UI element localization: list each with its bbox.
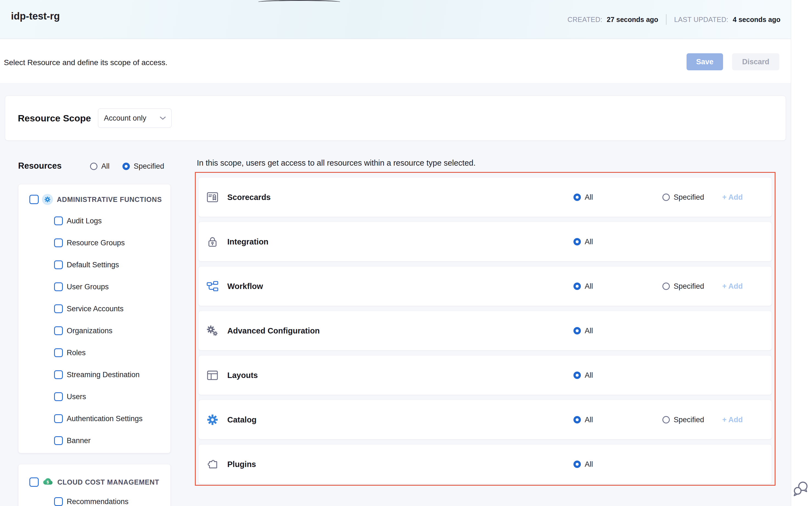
resources-specified-option[interactable]: Specified	[122, 162, 164, 171]
resources-all-option[interactable]: All	[90, 162, 110, 171]
radio-selected-icon	[574, 282, 581, 290]
sidebar-item-roles[interactable]: Roles	[54, 348, 86, 357]
radio-unselected-icon	[663, 282, 670, 290]
admin-gear-icon	[42, 194, 53, 205]
radio-selected-icon	[574, 193, 581, 201]
all-option[interactable]: All	[574, 326, 593, 335]
checkbox[interactable]	[54, 392, 63, 401]
sidebar-item-default-settings[interactable]: Default Settings	[54, 260, 119, 269]
specified-option[interactable]: Specified	[663, 415, 704, 424]
row-label: Integration	[227, 237, 269, 246]
right-gutter	[791, 0, 812, 506]
resource-scope-card: Resource Scope Account only	[5, 96, 786, 141]
checkbox[interactable]	[29, 478, 39, 487]
sidebar-item-service-accounts[interactable]: Service Accounts	[54, 304, 123, 313]
row-label: Catalog	[227, 415, 257, 424]
checkbox[interactable]	[54, 238, 63, 247]
row-advanced-configuration: Advanced Configuration All	[198, 311, 772, 350]
checkbox[interactable]	[54, 326, 63, 335]
resource-scope-title: Resource Scope	[18, 113, 91, 123]
dropdown-selected-value: Account only	[104, 114, 146, 122]
row-scorecards: Scorecards All Specified + Add	[198, 177, 772, 217]
radio-selected-icon	[574, 238, 581, 245]
resource-scope-dropdown[interactable]: Account only	[98, 108, 172, 128]
all-option[interactable]: All	[574, 415, 593, 424]
svg-text:$: $	[47, 480, 49, 484]
sidebar-section-administrative-functions[interactable]: ADMINISTRATIVE FUNCTIONS	[29, 194, 162, 205]
all-option[interactable]: All	[574, 460, 593, 469]
meta-divider	[666, 14, 667, 25]
scope-description: In this scope, users get access to all r…	[197, 159, 476, 168]
checkbox[interactable]	[54, 282, 63, 291]
radio-unselected-icon	[663, 193, 670, 201]
row-plugins: Plugins All	[198, 444, 772, 484]
sidebar-item-banner[interactable]: Banner	[54, 436, 91, 445]
sidebar-item-organizations[interactable]: Organizations	[54, 326, 113, 335]
add-button[interactable]: + Add	[722, 193, 743, 201]
checkbox[interactable]	[54, 436, 63, 445]
checkbox[interactable]	[54, 370, 63, 379]
checkbox[interactable]	[54, 304, 63, 313]
save-button[interactable]: Save	[687, 53, 723, 70]
all-option[interactable]: All	[574, 371, 593, 380]
created-value: 27 seconds ago	[607, 16, 658, 24]
action-toolbar: Select Resource and define its scope of …	[0, 39, 812, 83]
checkbox[interactable]	[54, 260, 63, 269]
checkbox[interactable]	[54, 497, 63, 506]
row-label: Plugins	[227, 459, 256, 469]
specified-option[interactable]: Specified	[663, 193, 704, 201]
checkbox[interactable]	[54, 414, 63, 423]
radio-selected-icon	[574, 416, 581, 423]
chevron-down-icon	[160, 116, 166, 120]
row-label: Layouts	[227, 370, 258, 380]
row-layouts: Layouts All	[198, 355, 772, 395]
checkbox[interactable]	[54, 217, 63, 225]
scorecards-icon	[206, 191, 218, 203]
sidebar-item-authentication-settings[interactable]: Authentication Settings	[54, 414, 142, 423]
sidebar-item-resource-groups[interactable]: Resource Groups	[54, 238, 125, 247]
specified-option[interactable]: Specified	[663, 282, 704, 290]
checkbox[interactable]	[54, 348, 63, 357]
radio-selected-icon	[122, 163, 130, 170]
radio-selected-icon	[574, 327, 581, 334]
radio-selected-icon	[574, 460, 581, 468]
radio-unselected-icon	[90, 163, 97, 170]
workflow-icon	[206, 280, 218, 292]
resources-header: Resources All Specified	[18, 160, 183, 172]
plugins-puzzle-icon	[206, 458, 218, 470]
resources-title: Resources	[18, 161, 62, 171]
all-option[interactable]: All	[574, 282, 593, 290]
catalog-gear-icon	[206, 414, 218, 426]
page-header: idp-test-rg CREATED: 27 seconds ago LAST…	[0, 0, 812, 39]
header-meta: CREATED: 27 seconds ago LAST UPDATED: 4 …	[568, 0, 781, 39]
chat-icon[interactable]	[792, 480, 809, 497]
sidebar-item-audit-logs[interactable]: Audit Logs	[54, 217, 102, 225]
row-label: Workflow	[227, 281, 263, 290]
checkbox[interactable]	[29, 195, 39, 204]
add-button[interactable]: + Add	[722, 282, 743, 290]
sidebar-item-user-groups[interactable]: User Groups	[54, 282, 109, 291]
sidebar-item-users[interactable]: Users	[54, 392, 86, 401]
layouts-icon	[206, 369, 218, 381]
page-title: idp-test-rg	[11, 10, 60, 22]
row-label: Scorecards	[227, 192, 271, 202]
created-label: CREATED:	[568, 16, 602, 24]
last-updated-value: 4 seconds ago	[733, 16, 781, 24]
resources-list-card: ADMINISTRATIVE FUNCTIONS Audit Logs Reso…	[18, 184, 171, 453]
sidebar-item-recommendations[interactable]: Recommendations	[54, 497, 128, 506]
discard-button[interactable]: Discard	[732, 53, 779, 70]
advanced-configuration-gears-icon	[206, 325, 218, 337]
add-button[interactable]: + Add	[722, 415, 743, 424]
row-label: Advanced Configuration	[227, 326, 320, 335]
toolbar-description: Select Resource and define its scope of …	[4, 58, 168, 67]
integration-lock-icon	[206, 236, 218, 248]
sidebar-section-cloud-cost-management[interactable]: $ CLOUD COST MANAGEMENT	[29, 476, 159, 488]
last-updated-label: LAST UPDATED:	[674, 16, 728, 24]
all-option[interactable]: All	[574, 237, 593, 246]
all-option[interactable]: All	[574, 193, 593, 201]
top-edge-artifact	[257, 0, 342, 4]
sidebar-item-streaming-destination[interactable]: Streaming Destination	[54, 370, 140, 379]
radio-unselected-icon	[663, 416, 670, 423]
row-catalog: Catalog All Specified + Add	[198, 400, 772, 439]
resources-list-card-2: $ CLOUD COST MANAGEMENT Recommendations	[18, 464, 171, 506]
